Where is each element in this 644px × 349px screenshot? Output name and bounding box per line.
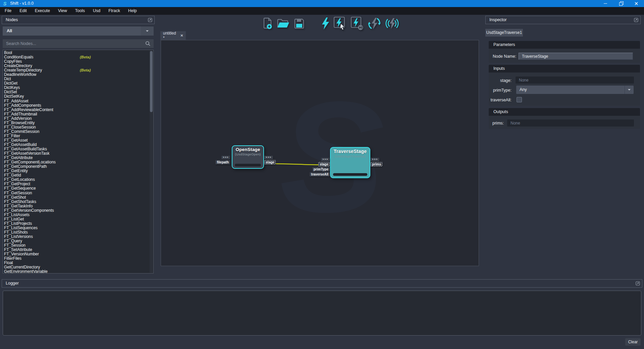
node-type-name: FT_AddComponents bbox=[4, 103, 41, 108]
primtype-dropdown[interactable]: Any bbox=[516, 86, 634, 94]
logger-output[interactable] bbox=[3, 291, 641, 336]
list-item[interactable]: DeadlineWorkflow bbox=[4, 72, 149, 77]
menu-item-execute[interactable]: Execute bbox=[31, 7, 54, 15]
output-port[interactable]: >>> bbox=[371, 158, 379, 161]
scrollbar-thumb[interactable] bbox=[150, 51, 153, 112]
node-body[interactable]: OpenStage (UsdStageOpen) bbox=[232, 145, 264, 169]
list-item[interactable]: DictGet bbox=[4, 81, 149, 86]
list-item[interactable]: FT_ListAssets bbox=[4, 213, 149, 217]
list-item[interactable]: DictSet bbox=[4, 90, 149, 94]
node-type-name: FT_GetSequence bbox=[4, 186, 36, 191]
node-type-name: FT_GetShotTasks bbox=[4, 199, 36, 204]
node-list-scrollbar[interactable] bbox=[150, 50, 153, 273]
execute-graph-icon[interactable] bbox=[321, 17, 330, 30]
new-graph-icon[interactable] bbox=[263, 17, 273, 30]
inspector-title: Inspector bbox=[489, 17, 506, 22]
list-item[interactable]: FT_Query bbox=[4, 239, 149, 243]
list-item[interactable]: FT_ListVersions bbox=[4, 235, 149, 239]
inspected-node-tab[interactable]: UsdStageTraverse1 bbox=[485, 29, 523, 37]
node-filter-arrow[interactable] bbox=[141, 27, 154, 36]
list-item[interactable]: FilterFiles bbox=[4, 256, 149, 261]
inputs-section-header: Inputs bbox=[489, 65, 640, 72]
nodes-panel-title: Nodes bbox=[6, 17, 18, 22]
node-type-name: FT_GetId bbox=[4, 173, 21, 178]
primtype-label: primType: bbox=[489, 88, 512, 93]
input-port[interactable]: filepath bbox=[215, 160, 230, 164]
list-item[interactable]: DictKeys bbox=[4, 86, 149, 90]
node-type-name: FT_GetLocations bbox=[4, 177, 35, 182]
list-item[interactable]: FT_GetEntity bbox=[4, 169, 149, 173]
prims-field[interactable] bbox=[507, 119, 634, 127]
popout-icon[interactable] bbox=[634, 18, 638, 22]
minimize-button[interactable] bbox=[598, 0, 613, 7]
list-item[interactable]: Dict bbox=[4, 77, 149, 81]
input-port[interactable]: primType bbox=[312, 167, 330, 171]
node-filter-dropdown[interactable]: All bbox=[3, 27, 154, 36]
menu-item-edit[interactable]: Edit bbox=[15, 7, 31, 15]
output-port[interactable]: prims bbox=[371, 162, 382, 166]
node-name-label: Node Name: bbox=[493, 54, 516, 59]
traverseall-checkbox[interactable] bbox=[517, 97, 522, 102]
search-icon bbox=[145, 41, 151, 46]
output-port[interactable]: >>> bbox=[264, 156, 273, 159]
list-item[interactable]: ConditionEquals (Beta) bbox=[4, 55, 149, 59]
input-port[interactable]: traverseAll bbox=[310, 172, 330, 177]
beta-badge: (Beta) bbox=[80, 55, 91, 59]
menu-item-ftrack[interactable]: Ftrack bbox=[104, 7, 124, 15]
popout-icon[interactable] bbox=[636, 281, 640, 286]
input-port[interactable]: >>> bbox=[321, 158, 330, 161]
parameters-section-header: Parameters bbox=[489, 41, 640, 49]
node-type-name: FT_GetProject bbox=[4, 182, 30, 186]
restore-button[interactable] bbox=[613, 0, 629, 7]
menu-item-view[interactable]: View bbox=[54, 7, 71, 15]
inspector-panel-header: Inspector bbox=[485, 16, 641, 24]
traverseall-label: traverseAll: bbox=[489, 98, 512, 102]
menu-item-help[interactable]: Help bbox=[124, 7, 141, 15]
prims-label: prims: bbox=[492, 121, 504, 126]
graph-node-openstage[interactable]: OpenStage (UsdStageOpen) >>>filepath >>>… bbox=[232, 145, 264, 169]
node-body[interactable]: TraverseStage (UsdStageTraverse) bbox=[330, 147, 370, 178]
graph-tab[interactable]: untitled * × bbox=[160, 31, 186, 40]
node-title: TraverseStage bbox=[331, 149, 370, 154]
open-graph-icon[interactable] bbox=[276, 17, 290, 30]
node-type-name: FT_Query bbox=[4, 239, 22, 243]
graph-node-traversestage[interactable]: TraverseStage (UsdStageTraverse) >>>stag… bbox=[330, 147, 370, 178]
node-title: OpenStage bbox=[232, 147, 263, 152]
app-logo-icon: S bbox=[2, 1, 7, 6]
execute-selected-icon[interactable] bbox=[333, 16, 347, 31]
menu-item-file[interactable]: File bbox=[1, 7, 15, 15]
popout-icon[interactable] bbox=[148, 18, 152, 22]
node-type-name: FT_ListShots bbox=[4, 230, 28, 235]
node-type-name: FT_GetShot bbox=[4, 195, 26, 200]
stage-field[interactable] bbox=[516, 77, 634, 84]
node-type-name: FT_GetAssetVersionTask bbox=[4, 151, 49, 156]
node-type-name: FT_Filter bbox=[4, 134, 20, 138]
output-port[interactable]: stage bbox=[264, 160, 276, 164]
input-port[interactable]: stage bbox=[318, 162, 330, 166]
node-type-name: FT_GetAttribute bbox=[4, 155, 33, 160]
input-ports: >>>filepath bbox=[215, 156, 230, 164]
search-input[interactable] bbox=[3, 39, 140, 48]
minimize-icon bbox=[604, 3, 607, 4]
restore-icon bbox=[620, 2, 623, 5]
node-type-name: CopyFiles bbox=[4, 59, 22, 64]
execute-up-to-selected-icon[interactable] bbox=[351, 16, 364, 31]
list-item[interactable]: FT_CommitSession bbox=[4, 130, 149, 134]
reset-execute-icon[interactable] bbox=[368, 17, 381, 30]
save-graph-icon[interactable] bbox=[293, 17, 305, 30]
node-name-field[interactable] bbox=[519, 53, 633, 60]
node-type-name: FT_CommitSession bbox=[4, 129, 39, 134]
input-port[interactable]: >>> bbox=[221, 156, 230, 159]
node-graph-canvas[interactable]: S OpenStage (UsdStageOpen) >>>filepath >… bbox=[161, 40, 479, 266]
node-type-name: FT_GetAssetBuildTasks bbox=[4, 147, 47, 151]
close-button[interactable]: ✕ bbox=[629, 0, 644, 7]
list-item[interactable]: GetEnvironmentVariable bbox=[4, 269, 149, 273]
list-item[interactable]: FT_VersionNumber bbox=[4, 252, 149, 256]
node-type-name: FT_CloseSession bbox=[4, 125, 36, 130]
menu-item-tools[interactable]: Tools bbox=[71, 7, 89, 15]
tab-close-icon[interactable]: × bbox=[180, 34, 183, 38]
primtype-dropdown-arrow[interactable] bbox=[625, 86, 634, 94]
menu-item-usd[interactable]: Usd bbox=[89, 7, 104, 15]
clear-logger-button[interactable]: Clear bbox=[625, 338, 641, 346]
live-execution-icon[interactable] bbox=[385, 17, 399, 30]
